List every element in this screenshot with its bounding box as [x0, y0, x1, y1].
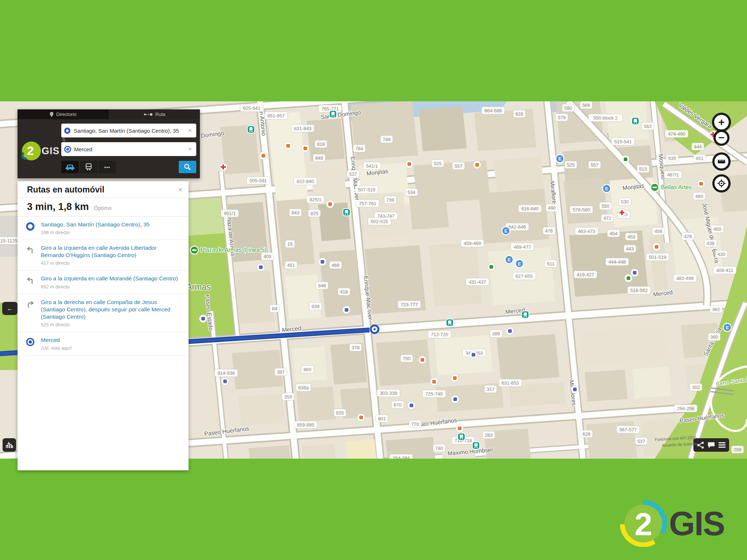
service-poi-icon[interactable]: [451, 395, 459, 403]
building-number: 474-490: [665, 130, 688, 138]
food-poi-icon[interactable]: [259, 152, 267, 160]
building-number: 562: [642, 122, 654, 130]
green-poi-icon[interactable]: [624, 274, 632, 282]
route-step[interactable]: Giro a la izquierda en calle Avenida Lib…: [18, 240, 189, 271]
destination-marker[interactable]: [369, 324, 380, 334]
service-poi-icon[interactable]: [257, 263, 265, 271]
med-poi-icon[interactable]: [219, 163, 227, 171]
zoom-out-button[interactable]: −: [713, 130, 729, 146]
origin-value[interactable]: Santiago, San Martín (Santiago Centro), …: [74, 128, 187, 134]
bus-poi-icon[interactable]: [247, 126, 255, 133]
building-number: 283: [483, 431, 495, 439]
svg-text:418: 418: [340, 289, 348, 295]
parking-poi-icon[interactable]: E: [556, 155, 564, 163]
collapse-panel-button[interactable]: ←: [2, 302, 18, 315]
route-step[interactable]: Giro a la izquierda en calle Morandé (Sa…: [18, 271, 189, 294]
clear-origin-button[interactable]: ×: [187, 127, 193, 134]
parking-poi-icon[interactable]: E: [505, 256, 513, 264]
screenshot-stage: Santo DomingoSanto DomingoMonjitasMonjit…: [0, 0, 747, 560]
building-number: 382: [710, 306, 722, 313]
building-number: 516-562: [627, 287, 651, 294]
parking-poi-icon[interactable]: E: [603, 184, 611, 192]
food-poi-icon[interactable]: [405, 160, 413, 168]
service-poi-icon[interactable]: [407, 401, 415, 409]
service-poi-icon[interactable]: [318, 258, 326, 266]
metro-station[interactable]: Plaza de Armas (Línea 5): [190, 246, 267, 254]
locate-button[interactable]: [712, 174, 731, 192]
destination-value[interactable]: Merced: [74, 146, 187, 152]
med-poi-icon[interactable]: [618, 209, 626, 217]
svg-text:835: 835: [336, 410, 344, 416]
ruler-icon: [717, 159, 725, 164]
search-button[interactable]: [179, 161, 196, 173]
green-poi-icon[interactable]: [622, 155, 630, 163]
transit-mode-button[interactable]: [80, 161, 97, 173]
svg-text:578-580: 578-580: [573, 207, 590, 213]
food-poi-icon[interactable]: [284, 142, 292, 150]
destination-icon: [64, 146, 71, 153]
bus-poi-icon[interactable]: [632, 117, 639, 125]
food-poi-icon[interactable]: [697, 180, 705, 188]
more-modes-button[interactable]: •••: [98, 161, 116, 173]
food-poi-icon[interactable]: [326, 200, 334, 208]
metro-station-label: Bellas Artes: [661, 184, 692, 190]
food-poi-icon[interactable]: [451, 374, 459, 382]
close-route-panel-button[interactable]: ×: [178, 186, 183, 194]
svg-text:467/1: 467/1: [667, 172, 679, 178]
service-poi-icon[interactable]: [342, 306, 351, 314]
building-number: 466: [329, 261, 342, 269]
parking-poi-icon[interactable]: E: [723, 323, 731, 331]
tab-label: Ruta: [155, 112, 165, 117]
svg-text:822-840: 822-840: [297, 179, 314, 184]
food-poi-icon[interactable]: [430, 378, 438, 386]
bus-poi-icon[interactable]: [522, 311, 529, 318]
svg-text:474-490: 474-490: [668, 131, 685, 137]
zoom-in-button[interactable]: +: [712, 113, 731, 132]
share-icon[interactable]: [697, 442, 704, 449]
food-poi-icon[interactable]: [456, 424, 464, 432]
car-mode-button[interactable]: [61, 161, 79, 173]
bus-poi-icon[interactable]: [446, 319, 453, 326]
svg-text:567-577: 567-577: [619, 427, 637, 432]
bus-poi-icon[interactable]: [472, 442, 480, 449]
feedback-icon[interactable]: [708, 442, 715, 448]
menu-icon[interactable]: [719, 442, 725, 448]
tab-directorio[interactable]: Directorio: [18, 109, 109, 119]
tab-ruta[interactable]: Ruta: [109, 109, 200, 119]
metro-station[interactable]: Bellas Artes: [651, 183, 692, 191]
service-poi-icon[interactable]: [199, 315, 207, 323]
route-step[interactable]: Merced¡Ud. está aquí!: [18, 332, 189, 355]
bus-poi-icon[interactable]: [343, 209, 350, 216]
bus-poi-icon[interactable]: [329, 110, 337, 118]
food-poi-icon[interactable]: [357, 413, 365, 421]
minus-icon: −: [719, 132, 724, 144]
svg-text:757-761: 757-761: [359, 201, 376, 206]
bus-poi-icon[interactable]: [458, 433, 465, 440]
clear-destination-button[interactable]: ×: [187, 145, 193, 153]
svg-text:1115-1125: 1115-1125: [0, 238, 18, 244]
food-poi-icon[interactable]: [418, 356, 426, 364]
map-toolbar: [693, 438, 729, 452]
food-poi-icon[interactable]: [301, 144, 309, 152]
plus-icon: +: [718, 116, 725, 128]
destination-input[interactable]: Merced ×: [61, 142, 196, 156]
building-number: 299: [731, 446, 744, 454]
service-poi-icon[interactable]: [631, 269, 639, 277]
green-poi-icon[interactable]: [487, 263, 495, 271]
parking-poi-icon[interactable]: E: [502, 227, 510, 235]
route-step[interactable]: Giro a la derecha en calle Compañia de J…: [18, 294, 189, 332]
parking-poi-icon[interactable]: E: [515, 260, 523, 268]
service-poi-icon[interactable]: [221, 377, 229, 385]
buildings-legend-button[interactable]: [3, 438, 16, 452]
service-poi-icon[interactable]: [469, 351, 477, 359]
food-poi-icon[interactable]: [653, 243, 661, 251]
route-step[interactable]: Santiago, San Martín (Santiago Centro), …: [18, 217, 189, 240]
ruler-button[interactable]: [712, 152, 731, 171]
svg-text:429: 429: [684, 234, 692, 239]
service-poi-icon[interactable]: [571, 385, 579, 393]
origin-input[interactable]: Santiago, San Martín (Santiago Centro), …: [61, 124, 196, 137]
building-number: 851-857: [264, 112, 288, 120]
search-panel: Directorio Ruta 2 GIS Santiago, San Mart…: [18, 109, 200, 178]
service-poi-icon[interactable]: [506, 327, 514, 335]
food-poi-icon[interactable]: [473, 161, 481, 169]
